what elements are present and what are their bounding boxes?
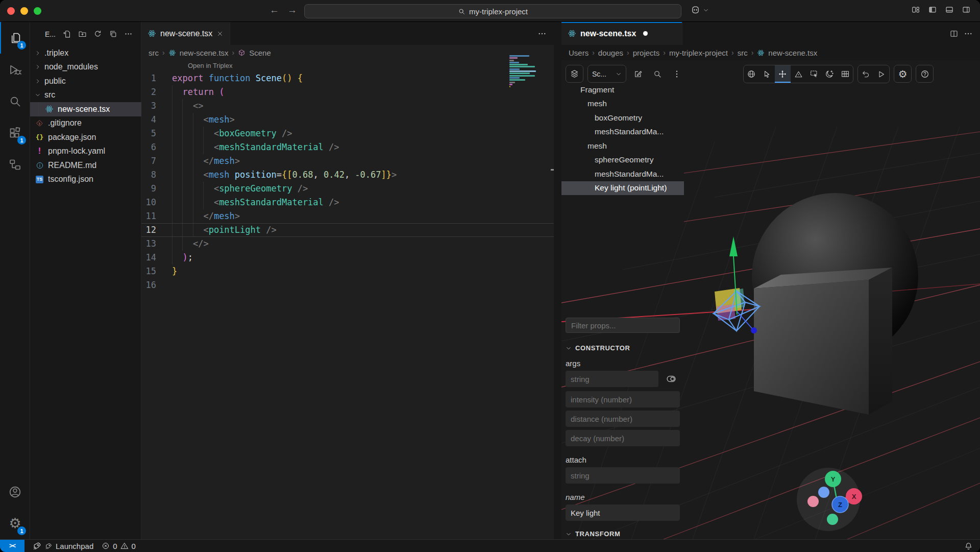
translate-tool-button[interactable]: [775, 65, 791, 83]
triplex-crumb-3[interactable]: my-triplex-project: [669, 49, 728, 57]
breadcrumb-src[interactable]: src: [149, 49, 159, 57]
scene-tree-item-meshStandardMa-[interactable]: meshStandardMa...: [561, 167, 684, 181]
forward-arrow-icon[interactable]: →: [287, 5, 297, 16]
code-line-16[interactable]: 16: [141, 278, 554, 292]
triplex-crumb-4[interactable]: src: [738, 49, 748, 57]
toggle-icon[interactable]: [665, 374, 678, 384]
triplex-crumb-1[interactable]: douges: [598, 49, 623, 57]
file-tree-item-package-json[interactable]: {}package.json: [30, 130, 141, 145]
code-line-11[interactable]: 11</mesh>: [141, 209, 554, 223]
collapse-folders-icon[interactable]: [109, 30, 117, 38]
triplex-crumb-5[interactable]: new-scene.tsx: [768, 49, 817, 57]
arg-decay-input[interactable]: [566, 430, 680, 446]
scene-tree-item-mesh[interactable]: mesh: [561, 139, 684, 153]
split-editor-icon[interactable]: [949, 29, 959, 38]
select-tool-button[interactable]: [760, 65, 775, 83]
problems-item[interactable]: 0 0: [102, 542, 136, 550]
copilot-menu[interactable]: [690, 5, 709, 15]
manage-button[interactable]: ⚙ 1: [0, 508, 30, 539]
help-button[interactable]: [916, 65, 934, 83]
toggle-sidebar-icon[interactable]: [928, 5, 937, 14]
scene-tree-item-meshStandardMa-[interactable]: meshStandardMa...: [561, 125, 684, 139]
file-tree-item--gitignore[interactable]: .gitignore: [30, 116, 141, 131]
editor-more-actions-icon[interactable]: [537, 29, 547, 38]
scene-search-button[interactable]: [650, 65, 665, 83]
customize-layout-icon[interactable]: [911, 5, 920, 14]
code-line-2[interactable]: 2return (: [141, 85, 554, 99]
code-line-1[interactable]: 1export function Scene() {: [141, 71, 554, 85]
transform-tool-button[interactable]: [806, 65, 822, 83]
scene-more-button[interactable]: [669, 65, 684, 83]
back-arrow-icon[interactable]: ←: [270, 5, 279, 16]
modified-dot-icon[interactable]: [643, 31, 648, 36]
sidebar-item-remote-explorer[interactable]: [0, 149, 30, 180]
name-input[interactable]: [566, 505, 680, 521]
file-tree-item-pnpm-lock-yaml[interactable]: !pnpm-lock.yaml: [30, 145, 141, 159]
remote-indicator[interactable]: ><: [0, 540, 24, 552]
code-area[interactable]: Open in Triplex 1export function Scene()…: [141, 60, 554, 539]
launchpad-item[interactable]: Launchpad: [33, 541, 93, 550]
file-tree-item--triplex[interactable]: .triplex: [30, 46, 141, 60]
breadcrumb-symbol[interactable]: Scene: [249, 49, 271, 57]
sidebar-item-run-debug[interactable]: [0, 54, 30, 85]
open-in-editor-button[interactable]: [630, 65, 646, 83]
tab-triplex-new-scene[interactable]: new-scene.tsx: [561, 22, 682, 45]
refresh-icon[interactable]: [93, 30, 102, 38]
triplex-crumb-0[interactable]: Users: [569, 49, 589, 57]
sidebar-item-explorer[interactable]: 1: [0, 22, 30, 54]
scene-tree-item-Key-light-pointLight-[interactable]: Key light (pointLight): [561, 181, 684, 196]
file-tree-item-README-md[interactable]: README.md: [30, 158, 141, 173]
code-line-5[interactable]: 5<boxGeometry />: [141, 127, 554, 140]
arg-distance-input[interactable]: [566, 411, 680, 427]
sidebar-item-extensions[interactable]: 1: [0, 117, 30, 149]
toggle-panel-icon[interactable]: [945, 5, 954, 14]
file-tree-item-public[interactable]: public: [30, 74, 141, 88]
lighting-toggle-button[interactable]: [822, 65, 838, 83]
scene-viewport[interactable]: Y X Z Sc...: [561, 60, 980, 539]
arg-string-input[interactable]: [566, 371, 658, 387]
code-line-13[interactable]: 13</>: [141, 237, 554, 251]
breadcrumb-file[interactable]: new-scene.tsx: [180, 49, 229, 57]
code-line-9[interactable]: 9<sphereGeometry />: [141, 182, 554, 196]
minimize-window-button[interactable]: [20, 7, 28, 15]
code-line-7[interactable]: 7</mesh>: [141, 154, 554, 168]
play-button[interactable]: [874, 65, 890, 83]
triplex-more-actions-icon[interactable]: [964, 29, 973, 38]
settings-button[interactable]: ⚙: [894, 65, 912, 83]
file-tree-item-node-modules[interactable]: node_modules: [30, 60, 141, 75]
command-center-search[interactable]: my-triplex-project: [304, 4, 681, 18]
scene-tree-item-boxGeometry[interactable]: boxGeometry: [561, 111, 684, 125]
code-line-4[interactable]: 4<mesh>: [141, 113, 554, 127]
tab-new-scene[interactable]: new-scene.tsx: [141, 22, 230, 45]
new-folder-icon[interactable]: [78, 30, 87, 38]
constructor-section-header[interactable]: CONSTRUCTOR: [566, 344, 684, 352]
breadcrumb[interactable]: src› new-scene.tsx› Scene: [141, 45, 554, 60]
code-line-15[interactable]: 15}: [141, 265, 554, 278]
new-file-icon[interactable]: [63, 30, 71, 38]
world-tool-button[interactable]: [744, 65, 760, 83]
sidebar-item-search[interactable]: [0, 85, 30, 117]
close-window-button[interactable]: [7, 7, 15, 15]
notifications-bell[interactable]: [964, 540, 973, 552]
scene-tree-item-sphereGeometry[interactable]: sphereGeometry: [561, 153, 684, 167]
close-icon[interactable]: [216, 30, 224, 37]
code-line-12[interactable]: 12<pointLight />: [141, 223, 554, 237]
more-actions-icon[interactable]: [124, 30, 133, 38]
editor-splitter[interactable]: [554, 22, 561, 539]
attach-input[interactable]: [566, 467, 680, 484]
scale-tool-button[interactable]: [791, 65, 806, 83]
filter-props-input[interactable]: [566, 318, 680, 333]
zoom-window-button[interactable]: [34, 7, 41, 15]
camera-view-button[interactable]: [838, 65, 853, 83]
file-tree-item-new-scene-tsx[interactable]: new-scene.tsx: [30, 102, 141, 116]
scene-tree-item-Fragment[interactable]: Fragment: [561, 83, 684, 97]
undo-button[interactable]: [858, 65, 874, 83]
scene-select-dropdown[interactable]: Sc...: [587, 65, 626, 83]
arg-intensity-input[interactable]: [566, 391, 680, 407]
minimap[interactable]: [509, 55, 537, 89]
transform-section-header[interactable]: TRANSFORM: [566, 530, 684, 538]
code-line-3[interactable]: 3<>: [141, 99, 554, 113]
triplex-breadcrumb[interactable]: Users›douges›projects›my-triplex-project…: [561, 45, 980, 60]
code-line-8[interactable]: 8<mesh position={[0.68, 0.42, -0.67]}>: [141, 168, 554, 182]
code-line-6[interactable]: 6<meshStandardMaterial />: [141, 140, 554, 154]
